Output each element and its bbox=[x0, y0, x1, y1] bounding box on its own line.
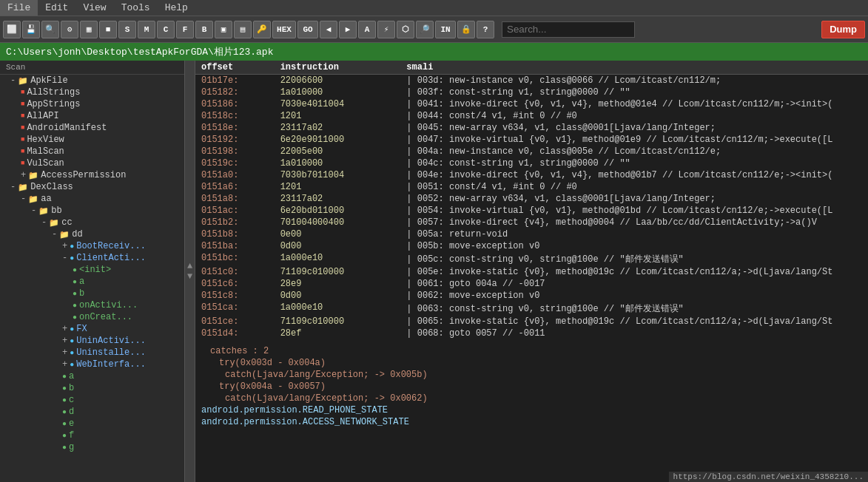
toolbar-btn-s[interactable]: S bbox=[118, 21, 136, 38]
col-header-instruction: instruction bbox=[275, 61, 401, 75]
toolbar-btn-5[interactable]: ▦ bbox=[80, 21, 98, 38]
table-row[interactable]: 015198:22005e00| 004a: new-instance v0, … bbox=[195, 146, 868, 157]
sidebar-item-uninactivi[interactable]: + ● UninActivi... bbox=[0, 335, 184, 347]
toolbar-btn-12[interactable]: 🔎 bbox=[416, 21, 434, 38]
sidebar-item-bb[interactable]: - 📁 bb bbox=[0, 205, 184, 217]
toolbar-btn-a[interactable]: A bbox=[358, 21, 376, 38]
sidebar-item-clientacti[interactable]: - ● ClientActi... bbox=[0, 252, 184, 264]
sidebar-item-label: FX bbox=[76, 324, 87, 334]
dump-button[interactable]: Dump bbox=[821, 21, 865, 38]
sidebar-item-malscan[interactable]: ■ MalScan bbox=[0, 146, 184, 157]
menu-view[interactable]: View bbox=[75, 0, 113, 16]
toolbar-btn-8[interactable]: ▤ bbox=[234, 21, 252, 38]
toolbar-btn-c[interactable]: C bbox=[157, 21, 175, 38]
menu-tools[interactable]: Tools bbox=[114, 0, 158, 16]
sidebar-item-aa[interactable]: - 📁 aa bbox=[0, 193, 184, 205]
circle-blue-icon: ● bbox=[70, 361, 74, 369]
table-row[interactable]: 0151b8:0e00| 005a: return-void bbox=[195, 228, 868, 240]
sidebar-item-sd[interactable]: ● d bbox=[0, 406, 184, 418]
toolbar-btn-4[interactable]: ⚙ bbox=[61, 21, 78, 38]
table-row[interactable]: 0151a6:1201| 0051: const/4 v1, #int 0 //… bbox=[195, 181, 868, 193]
table-row[interactable]: 01518e:23117a02| 0045: new-array v634, v… bbox=[195, 122, 868, 134]
menu-help[interactable]: Help bbox=[158, 0, 195, 16]
sidebar-item-apkfile[interactable]: - 📁 ApkFile bbox=[0, 75, 184, 86]
table-row[interactable]: 0151ba:0d00| 005b: move-exception v0 bbox=[195, 240, 868, 252]
sidebar-item-hexview[interactable]: ■ HexView bbox=[0, 134, 184, 146]
table-row[interactable]: 0151c0:71109c010000| 005e: invoke-static… bbox=[195, 266, 868, 278]
sidebar-item-sc[interactable]: ● c bbox=[0, 394, 184, 406]
toolbar-btn-back[interactable]: ◀ bbox=[320, 21, 337, 38]
toolbar-btn-2[interactable]: 💾 bbox=[22, 21, 40, 38]
cell-instruction: 71109c010000 bbox=[275, 316, 401, 327]
toolbar-btn-b[interactable]: B bbox=[195, 21, 213, 38]
sidebar-item-sb[interactable]: ● b bbox=[0, 382, 184, 394]
sidebar-item-fx[interactable]: + ● FX bbox=[0, 323, 184, 335]
table-row[interactable]: 01518c:1201| 0044: const/4 v1, #int 0 //… bbox=[195, 110, 868, 122]
sidebar-item-se[interactable]: ● e bbox=[0, 418, 184, 430]
code-tbody: 01b17e:22006600| 003d: new-instance v0, … bbox=[195, 75, 868, 429]
toolbar-btn-help[interactable]: ? bbox=[477, 21, 494, 38]
sidebar-item-label: b bbox=[69, 383, 74, 393]
toolbar-btn-6[interactable]: ■ bbox=[99, 21, 117, 38]
toolbar-btn-11[interactable]: ⬡ bbox=[397, 21, 414, 38]
sidebar-item-dexclass[interactable]: - 📁 DexClass bbox=[0, 181, 184, 193]
sidebar-item-accesspermission[interactable]: + 📁 AccessPermission bbox=[0, 169, 184, 181]
sidebar-item-allstrings[interactable]: ■ AllStrings bbox=[0, 86, 184, 98]
cell-offset: 01518c: bbox=[195, 110, 275, 122]
toolbar-btn-9[interactable]: 🔑 bbox=[253, 21, 271, 38]
sidebar-item-method-a[interactable]: ● a bbox=[0, 276, 184, 288]
menu-edit[interactable]: Edit bbox=[38, 0, 75, 16]
sidebar-item-method-b[interactable]: ● b bbox=[0, 288, 184, 299]
toolbar-btn-hex[interactable]: HEX bbox=[272, 21, 296, 38]
sidebar-scrollbar[interactable]: ▲▼ bbox=[185, 61, 195, 482]
toolbar-btn-f[interactable]: F bbox=[176, 21, 194, 38]
table-row[interactable]: 0151ac:6e20bd011000| 0054: invoke-virtua… bbox=[195, 205, 868, 217]
sidebar-item-uninstaller[interactable]: + ● Uninstalle... bbox=[0, 347, 184, 359]
sidebar-item-init[interactable]: ● <init> bbox=[0, 264, 184, 276]
sidebar-item-oncreate[interactable]: ● onCreat... bbox=[0, 311, 184, 323]
sidebar-item-allapi[interactable]: ■ AllAPI bbox=[0, 110, 184, 122]
table-row[interactable]: 0151c8:0d00| 0062: move-exception v0 bbox=[195, 290, 868, 302]
cell-smali: | 0041: invoke-direct {v0, v1, v4}, meth… bbox=[400, 98, 868, 110]
table-row[interactable]: 01b17e:22006600| 003d: new-instance v0, … bbox=[195, 75, 868, 87]
toolbar-btn-7[interactable]: ▣ bbox=[215, 21, 232, 38]
table-row[interactable]: 0151a0:7030b7011004| 004e: invoke-direct… bbox=[195, 169, 868, 181]
table-row[interactable]: 0151c6:28e9| 0061: goto 004a // -0017 bbox=[195, 278, 868, 290]
sidebar-item-onactivi[interactable]: ● onActivi... bbox=[0, 299, 184, 311]
table-row[interactable]: 015192:6e20e9011000| 0047: invoke-virtua… bbox=[195, 134, 868, 146]
circle-blue-icon: ● bbox=[70, 242, 74, 251]
table-row[interactable]: 0151b2:701004000400| 0057: invoke-direct… bbox=[195, 217, 868, 228]
sidebar-item-dd[interactable]: - 📁 dd bbox=[0, 228, 184, 240]
toolbar-btn-go[interactable]: GO bbox=[297, 21, 318, 38]
sidebar-item-label: f bbox=[69, 430, 74, 441]
toolbar-btn-m[interactable]: M bbox=[138, 21, 155, 38]
table-row[interactable]: 0151ce:71109c010000| 0065: invoke-static… bbox=[195, 316, 868, 327]
sidebar-item-appstrings[interactable]: ■ AppStrings bbox=[0, 98, 184, 110]
menu-file[interactable]: File bbox=[0, 0, 38, 16]
toolbar-btn-3[interactable]: 🔍 bbox=[41, 21, 59, 38]
sidebar-item-webinterfa[interactable]: + ● WebInterfa... bbox=[0, 359, 184, 370]
toolbar-btn-1[interactable]: ⬜ bbox=[3, 21, 21, 38]
sidebar-item-sg[interactable]: ● g bbox=[0, 441, 184, 453]
table-row[interactable]: 0151d4:28ef| 0068: goto 0057 // -0011 bbox=[195, 327, 868, 339]
search-input[interactable] bbox=[502, 21, 635, 38]
toolbar-btn-fwd[interactable]: ▶ bbox=[339, 21, 357, 38]
sidebar-item-sa[interactable]: ● a bbox=[0, 370, 184, 382]
sidebar-item-bootreceiv[interactable]: + ● BootReceiv... bbox=[0, 240, 184, 252]
sidebar-item-vulscan[interactable]: ■ VulScan bbox=[0, 157, 184, 169]
toolbar-btn-13[interactable]: 🔒 bbox=[457, 21, 475, 38]
table-row[interactable]: 01519c:1a010000| 004c: const-string v1, … bbox=[195, 157, 868, 169]
table-row[interactable]: 0151a8:23117a02| 0052: new-array v634, v… bbox=[195, 193, 868, 205]
table-row[interactable]: 0151ca:1a000e10| 0063: const-string v0, … bbox=[195, 302, 868, 316]
sidebar-item-androidmanifest[interactable]: ■ AndroidManifest bbox=[0, 122, 184, 134]
cell-instruction: 1a000e10 bbox=[275, 252, 401, 266]
table-row[interactable]: 015186:7030e4011004| 0041: invoke-direct… bbox=[195, 98, 868, 110]
toolbar-btn-in[interactable]: IN bbox=[435, 21, 456, 38]
table-row[interactable]: 015182:1a010000| 003f: const-string v1, … bbox=[195, 86, 868, 98]
sidebar-item-sf[interactable]: ● f bbox=[0, 430, 184, 441]
toolbar-btn-10[interactable]: ⚡ bbox=[377, 21, 395, 38]
cell-smali: | 0065: invoke-static {v0}, method@019c … bbox=[400, 316, 868, 327]
sidebar-item-cc[interactable]: - 📁 cc bbox=[0, 217, 184, 228]
table-row[interactable]: 0151bc:1a000e10| 005c: const-string v0, … bbox=[195, 252, 868, 266]
minus-icon: - bbox=[21, 194, 26, 204]
